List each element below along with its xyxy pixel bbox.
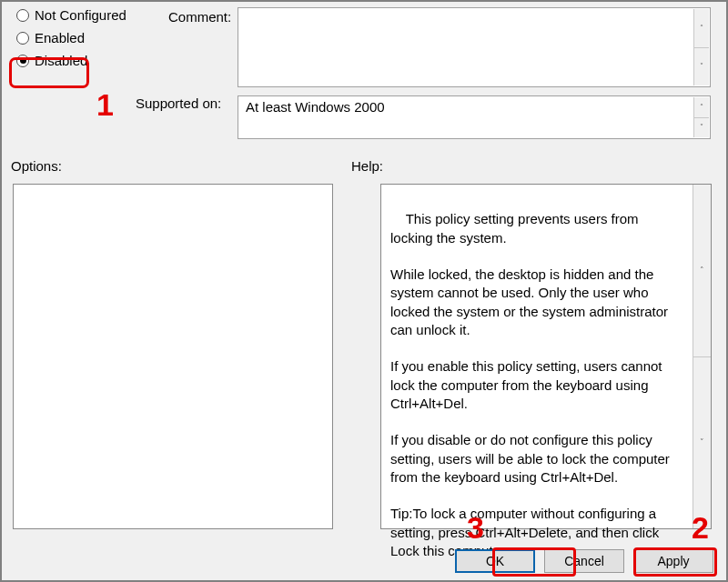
comment-label: Comment: [168,9,231,25]
policy-dialog: Not Configured Enabled Disabled Comment:… [0,0,728,582]
chevron-down-icon[interactable]: ˅ [693,47,709,86]
radio-label: Disabled [35,53,87,68]
cancel-button[interactable]: Cancel [544,549,624,573]
supported-on-label: Supported on: [136,95,221,111]
apply-button[interactable]: Apply [633,549,713,573]
radio-selected-dot-icon [20,57,26,64]
chevron-up-icon[interactable]: ˄ [693,185,711,356]
chevron-down-icon[interactable]: ˅ [693,117,709,138]
supported-on-value: At least Windows 2000 [246,99,385,115]
comment-spin[interactable]: ˄ ˅ [693,9,709,85]
options-label: Options: [11,158,62,174]
help-text: This policy setting prevents users from … [390,211,673,558]
chevron-down-icon[interactable]: ˅ [693,356,711,529]
ok-button[interactable]: OK [455,549,535,573]
radio-icon [16,9,29,22]
dialog-buttons: OK Cancel Apply [455,549,713,573]
radio-icon [16,32,29,45]
help-label: Help: [351,158,383,174]
state-radio-group: Not Configured Enabled Disabled [16,7,126,68]
supported-on-field: At least Windows 2000 ˄ ˅ [238,95,711,139]
radio-not-configured[interactable]: Not Configured [16,7,126,23]
options-pane [13,184,333,529]
radio-label: Not Configured [35,7,126,23]
radio-label: Enabled [35,30,85,45]
annotation-number-1: 1 [96,87,114,123]
chevron-up-icon[interactable]: ˄ [693,9,709,47]
radio-enabled[interactable]: Enabled [16,30,126,45]
help-spin[interactable]: ˄ ˅ [693,185,711,528]
comment-field[interactable]: ˄ ˅ [238,7,711,87]
help-pane: This policy setting prevents users from … [380,184,712,529]
supported-spin[interactable]: ˄ ˅ [693,97,709,137]
radio-disabled[interactable]: Disabled [16,53,126,68]
radio-icon [16,55,29,67]
chevron-up-icon[interactable]: ˄ [693,97,709,117]
